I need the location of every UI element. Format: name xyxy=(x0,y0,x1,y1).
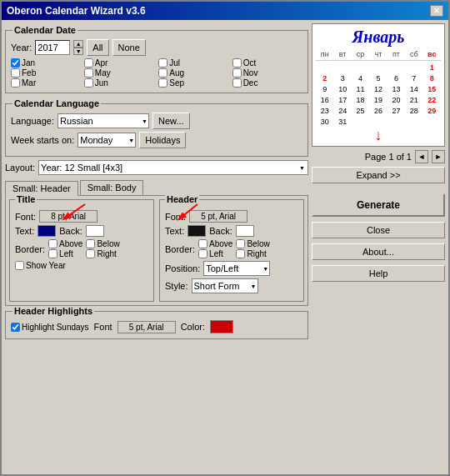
month-dec: Dec xyxy=(232,78,302,88)
header-font-label: Font: xyxy=(165,212,186,222)
title-back-color[interactable] xyxy=(86,225,104,237)
year-up-btn[interactable]: ▲ xyxy=(73,40,83,48)
title-section: Title Font: 8 pt, Arial Text: Back: xyxy=(9,199,154,302)
week-starts-label: Week starts on: xyxy=(11,135,74,145)
header-font-preview[interactable]: 5 pt, Arial xyxy=(189,210,248,223)
month-nov: Nov xyxy=(232,68,302,78)
cal-hdr-tue: вт xyxy=(333,50,351,58)
month-may: May xyxy=(84,68,155,78)
header-border-below: Below xyxy=(236,239,270,248)
title-border-below: Below xyxy=(86,239,120,248)
header-border-label: Border: xyxy=(165,244,195,254)
prev-page-btn[interactable]: ◄ xyxy=(415,150,428,163)
holidays-button[interactable]: Holidays xyxy=(139,132,186,148)
language-label: Language: xyxy=(11,116,54,126)
language-select-wrapper: Russian xyxy=(58,113,149,128)
layout-select[interactable]: Year: 12 Small [4x3] xyxy=(38,160,308,175)
month-jun: Jun xyxy=(84,78,155,88)
show-year-checkbox: Show Year xyxy=(15,261,66,270)
highlights-font-preview[interactable]: 5 pt, Arial xyxy=(118,321,176,333)
layout-label: Layout: xyxy=(5,163,35,173)
close-window-btn[interactable]: ✕ xyxy=(430,5,443,17)
cal-hdr-fri: пт xyxy=(388,50,405,58)
expand-button[interactable]: Expand >> xyxy=(312,167,445,183)
new-language-button[interactable]: New... xyxy=(152,113,190,129)
header-back-label: Back: xyxy=(209,226,232,236)
window-title: Oberon Calendar Wizard v3.6 xyxy=(7,5,146,17)
week-select[interactable]: Monday xyxy=(78,133,136,148)
layout-row: Layout: Year: 12 Small [4x3] xyxy=(5,160,308,175)
style-label: Style: xyxy=(165,281,188,291)
title-text-color[interactable] xyxy=(38,225,56,237)
highlights-title: Header Highlights xyxy=(12,306,94,316)
tab-small-header[interactable]: Small: Header xyxy=(5,181,78,196)
title-border-above: Above xyxy=(48,239,82,248)
highlights-color-label: Color: xyxy=(181,322,205,332)
title-border-left: Left xyxy=(48,249,82,258)
position-label: Position: xyxy=(165,263,200,273)
close-button[interactable]: Close xyxy=(312,222,445,238)
header-border-left: Left xyxy=(198,249,232,258)
cal-hdr-mon: пн xyxy=(316,50,333,58)
main-window: Oberon Calendar Wizard v3.6 ✕ Calendar D… xyxy=(0,0,450,476)
highlights-group: Header Highlights Highlight Sundays Font… xyxy=(5,311,308,339)
title-border-checkboxes: Above Below Left Right xyxy=(48,239,121,258)
month-feb: Feb xyxy=(11,68,81,78)
left-panel: Calendar Date Year: ▲ ▼ All None Jan Apr… xyxy=(5,23,308,471)
month-apr: Apr xyxy=(84,58,155,68)
year-spinner: ▲ ▼ xyxy=(73,40,83,55)
layout-select-wrapper: Year: 12 Small [4x3] xyxy=(38,160,308,175)
calendar-header: пн вт ср чт пт сб вс xyxy=(316,50,441,61)
header-back-color[interactable] xyxy=(236,225,254,237)
style-select[interactable]: Short Form xyxy=(192,278,258,293)
generate-button[interactable]: Generate xyxy=(312,193,445,217)
cal-hdr-sun: вс xyxy=(423,50,441,58)
header-text-color[interactable] xyxy=(188,225,206,237)
help-button[interactable]: Help xyxy=(312,265,445,282)
calendar-date-group: Calendar Date Year: ▲ ▼ All None Jan Apr… xyxy=(5,30,308,93)
month-jan: Jan xyxy=(11,58,81,68)
year-label: Year: xyxy=(11,43,32,53)
cal-week-3: 9 10 11 12 13 14 15 xyxy=(316,84,441,94)
month-mar: Mar xyxy=(11,78,81,88)
right-buttons: Expand >> Generate Close About... Help xyxy=(312,167,445,282)
header-text-label: Text: xyxy=(165,226,184,236)
cal-week-6: 30 31 xyxy=(316,117,441,127)
highlights-font-label: Font xyxy=(94,322,112,332)
title-border-label: Border: xyxy=(15,244,45,254)
about-button[interactable]: About... xyxy=(312,243,445,260)
language-title: Calendar Language xyxy=(12,98,101,108)
all-button[interactable]: All xyxy=(87,39,108,56)
page-info-row: Page 1 of 1 ◄ ► xyxy=(312,150,445,163)
tab-small-body[interactable]: Small: Body xyxy=(80,180,144,195)
none-button[interactable]: None xyxy=(112,39,146,56)
month-sep: Sep xyxy=(158,78,228,88)
tabs-section: Small: Header Small: Body Title Font: 8 … xyxy=(5,178,308,306)
week-select-wrapper: Monday xyxy=(78,133,136,148)
title-bar: Oberon Calendar Wizard v3.6 ✕ xyxy=(2,2,448,20)
tabs-bar: Small: Header Small: Body xyxy=(5,180,308,195)
title-font-label: Font: xyxy=(15,212,36,222)
main-content: Calendar Date Year: ▲ ▼ All None Jan Apr… xyxy=(2,20,448,474)
title-font-preview[interactable]: 8 pt, Arial xyxy=(39,210,98,223)
calendar-language-group: Calendar Language Language: Russian New.… xyxy=(5,103,308,157)
cal-week-4: 16 17 18 19 20 21 22 xyxy=(316,95,441,105)
calendar-arrow-down: ↓ xyxy=(316,128,441,143)
highlight-sundays-checkbox: Highlight Sundays xyxy=(11,323,89,332)
page-info-text: Page 1 of 1 xyxy=(365,152,412,162)
header-border-checkboxes: Above Below Left Right xyxy=(198,239,271,258)
header-border-right: Right xyxy=(236,249,270,258)
title-border-right: Right xyxy=(86,249,120,258)
position-select[interactable]: Top/Left xyxy=(203,261,270,276)
calendar-date-title: Calendar Date xyxy=(12,25,78,35)
month-checkboxes: Jan Apr Jul Oct Feb May Aug Nov Mar Jun … xyxy=(11,58,302,88)
language-select[interactable]: Russian xyxy=(58,113,149,128)
cal-week-5: 23 24 25 26 27 28 29 xyxy=(316,106,441,116)
cal-hdr-wed: ср xyxy=(352,50,369,58)
year-input[interactable] xyxy=(35,40,70,55)
highlights-color[interactable] xyxy=(210,320,233,333)
next-page-btn[interactable]: ► xyxy=(432,150,445,163)
month-oct: Oct xyxy=(232,58,302,68)
year-down-btn[interactable]: ▼ xyxy=(73,48,83,55)
tab-content: Title Font: 8 pt, Arial Text: Back: xyxy=(5,195,308,306)
